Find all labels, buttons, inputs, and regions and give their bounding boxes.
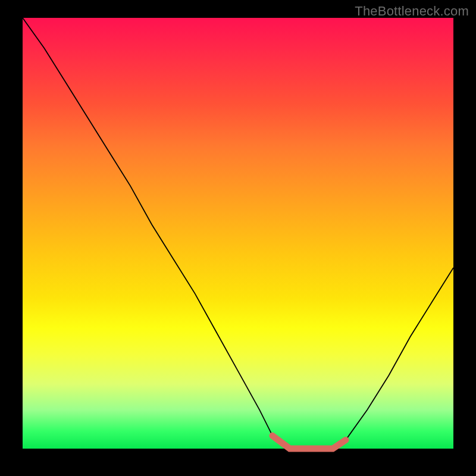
bottleneck-curve	[23, 18, 453, 449]
chart-plot-area	[23, 18, 453, 449]
optimal-range-highlight	[273, 436, 346, 449]
chart-svg	[23, 18, 453, 449]
watermark-text: TheBottleneck.com	[355, 4, 469, 19]
